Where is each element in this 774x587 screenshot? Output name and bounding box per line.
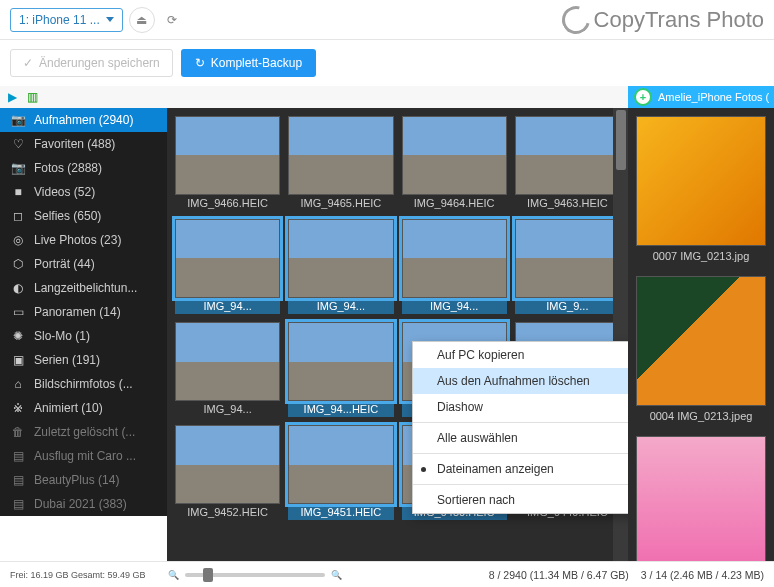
- album-icon: ▭: [10, 305, 26, 319]
- thumbnail-caption: IMG_94...: [402, 298, 507, 314]
- right-thumbnail[interactable]: 0004 IMG_0213.jpeg: [636, 276, 766, 432]
- thumbnail-image: [175, 322, 280, 401]
- app-name: CopyTrans Photo: [594, 7, 764, 33]
- album-label: Langzeitbelichtun...: [34, 281, 137, 295]
- thumbnail-image: [288, 116, 393, 195]
- ctx-delete-from-camera-roll[interactable]: Aus den Aufnahmen löschen Del: [413, 368, 628, 394]
- album-icon: ※: [10, 401, 26, 415]
- ctx-select-all[interactable]: Alle auswählen Ctrl+A: [413, 425, 628, 451]
- zoom-thumb[interactable]: [203, 568, 213, 582]
- sidebar-item[interactable]: ⬡Porträt (44): [0, 252, 167, 276]
- right-photo-list[interactable]: 0007 IMG_0213.jpg0004 IMG_0213.jpeg: [628, 108, 774, 561]
- photo-thumbnail[interactable]: IMG_9...: [515, 219, 620, 314]
- play-icon[interactable]: ▶: [8, 90, 17, 104]
- check-icon: ✓: [23, 56, 33, 70]
- album-label: Selfies (650): [34, 209, 101, 223]
- thumbnail-caption: IMG_9466.HEIC: [175, 195, 280, 211]
- right-thumbnail[interactable]: 0007 IMG_0213.jpg: [636, 116, 766, 272]
- album-label: Porträt (44): [34, 257, 95, 271]
- folder-icon[interactable]: ▥: [27, 90, 38, 104]
- album-label: Animiert (10): [34, 401, 103, 415]
- sidebar-item[interactable]: ▤BeautyPlus (14): [0, 468, 167, 492]
- album-label: BeautyPlus (14): [34, 473, 119, 487]
- thumbnail-caption: IMG_94...: [175, 401, 280, 417]
- zoom-track[interactable]: [185, 573, 325, 577]
- album-sidebar[interactable]: 📷Aufnahmen (2940)♡Favoriten (488)📷Fotos …: [0, 108, 167, 516]
- sidebar-item[interactable]: ▣Serien (191): [0, 348, 167, 372]
- photo-thumbnail[interactable]: IMG_9463.HEIC: [515, 116, 620, 211]
- thumbnail-caption: 0004 IMG_0213.jpeg: [636, 406, 766, 432]
- sidebar-item[interactable]: ※Animiert (10): [0, 396, 167, 420]
- album-icon: ♡: [10, 137, 26, 151]
- sidebar-item[interactable]: ♡Favoriten (488): [0, 132, 167, 156]
- photo-thumbnail[interactable]: IMG_94...: [288, 219, 393, 314]
- ctx-slideshow[interactable]: Diashow Ctrl+L: [413, 394, 628, 420]
- logo-c-icon: [556, 0, 594, 38]
- ctx-sort-by[interactable]: Sortieren nach ❯: [413, 487, 628, 513]
- photo-thumbnail[interactable]: IMG_94...HEIC: [288, 322, 393, 417]
- zoom-out-icon[interactable]: 🔍: [168, 570, 179, 580]
- eject-button[interactable]: ⏏: [129, 7, 155, 33]
- photo-thumbnail[interactable]: IMG_94...: [175, 219, 280, 314]
- zoom-in-icon[interactable]: 🔍: [331, 570, 342, 580]
- right-thumbnail[interactable]: [636, 436, 766, 561]
- album-icon: ▣: [10, 353, 26, 367]
- photo-thumbnail[interactable]: IMG_94...: [402, 219, 507, 314]
- sidebar-item[interactable]: ▭Panoramen (14): [0, 300, 167, 324]
- album-label: Ausflug mit Caro ...: [34, 449, 136, 463]
- ctx-copy-to-pc[interactable]: Auf PC kopieren Shift+Ctrl+Right: [413, 342, 628, 368]
- album-label: Favoriten (488): [34, 137, 115, 151]
- backup-label: Komplett-Backup: [211, 56, 302, 70]
- photo-thumbnail[interactable]: IMG_9465.HEIC: [288, 116, 393, 211]
- album-icon: 📷: [10, 113, 26, 127]
- thumbnail-caption: IMG_9...: [515, 298, 620, 314]
- right-title: Amelie_iPhone Fotos (: [658, 91, 769, 103]
- sidebar-item[interactable]: ◻Selfies (650): [0, 204, 167, 228]
- photo-thumbnail[interactable]: IMG_9466.HEIC: [175, 116, 280, 211]
- sidebar-item[interactable]: ▤Ausflug mit Caro ...: [0, 444, 167, 468]
- photo-thumbnail[interactable]: IMG_9451.HEIC: [288, 425, 393, 520]
- device-selector[interactable]: 1: iPhone 11 ...: [10, 8, 123, 32]
- sidebar-item[interactable]: ◐Langzeitbelichtun...: [0, 276, 167, 300]
- album-label: Serien (191): [34, 353, 100, 367]
- photo-thumbnail[interactable]: IMG_9464.HEIC: [402, 116, 507, 211]
- separator: [413, 453, 628, 454]
- content-area: ▶ ▥ 📷Aufnahmen (2940)♡Favoriten (488)📷Fo…: [0, 86, 774, 561]
- album-icon: ▤: [10, 473, 26, 487]
- thumbnail-caption: IMG_9452.HEIC: [175, 504, 280, 520]
- save-changes-button[interactable]: ✓ Änderungen speichern: [10, 49, 173, 77]
- sidebar-item[interactable]: ◎Live Photos (23): [0, 228, 167, 252]
- thumbnail-image: [288, 322, 393, 401]
- sidebar-item[interactable]: ⌂Bildschirmfotos (...: [0, 372, 167, 396]
- center-tabs: [167, 86, 628, 108]
- sidebar-item[interactable]: 📷Aufnahmen (2940): [0, 108, 167, 132]
- zoom-slider[interactable]: 🔍 🔍: [168, 570, 342, 580]
- thumbnail-caption: IMG_94...: [288, 298, 393, 314]
- full-backup-button[interactable]: ↻ Komplett-Backup: [181, 49, 316, 77]
- photo-thumbnail[interactable]: IMG_9452.HEIC: [175, 425, 280, 520]
- left-tabs: ▶ ▥: [0, 86, 167, 108]
- ctx-show-filenames[interactable]: Dateinamen anzeigen F4: [413, 456, 628, 482]
- album-label: Zuletzt gelöscht (...: [34, 425, 135, 439]
- sidebar-item[interactable]: 📷Fotos (2888): [0, 156, 167, 180]
- sidebar-item[interactable]: ▤Dubai 2021 (383): [0, 492, 167, 516]
- sidebar-item[interactable]: 🗑Zuletzt gelöscht (...: [0, 420, 167, 444]
- sidebar-item[interactable]: ✺Slo-Mo (1): [0, 324, 167, 348]
- main-panel: IMG_9466.HEICIMG_9465.HEICIMG_9464.HEICI…: [167, 86, 628, 561]
- thumbnail-image: [175, 116, 280, 195]
- album-label: Dubai 2021 (383): [34, 497, 127, 511]
- thumbnail-image: [636, 116, 766, 246]
- album-icon: ⬡: [10, 257, 26, 271]
- sidebar-item[interactable]: ■Videos (52): [0, 180, 167, 204]
- chevron-down-icon: [106, 17, 114, 22]
- album-icon: 📷: [10, 161, 26, 175]
- refresh-button[interactable]: ⟳: [159, 7, 185, 33]
- add-icon[interactable]: +: [634, 88, 652, 106]
- thumbnail-image: [515, 116, 620, 195]
- thumbnail-image: [175, 425, 280, 504]
- context-menu: Auf PC kopieren Shift+Ctrl+Right Aus den…: [412, 341, 628, 514]
- thumbnail-image: [636, 276, 766, 406]
- right-panel-header[interactable]: + Amelie_iPhone Fotos (: [628, 86, 774, 108]
- bullet-icon: [421, 467, 426, 472]
- photo-thumbnail[interactable]: IMG_94...: [175, 322, 280, 417]
